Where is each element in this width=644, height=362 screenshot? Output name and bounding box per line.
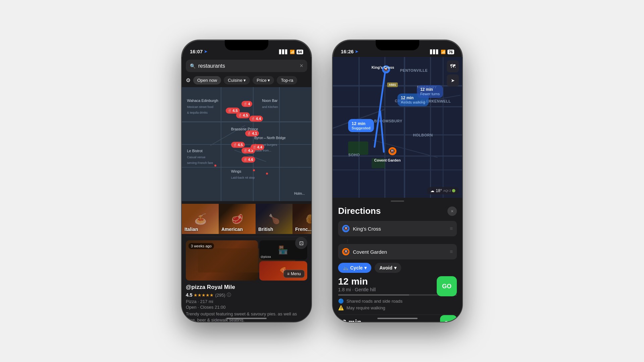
- map-pin-9[interactable]: 4.6: [241, 157, 255, 163]
- info-icon[interactable]: ⓘ: [227, 292, 231, 298]
- route-warning-2: ⚠️ May require walking: [338, 305, 457, 310]
- status-time-1: 16:07: [190, 49, 203, 54]
- cuisine-label-italian: Italian: [184, 227, 198, 232]
- origin-icon: 🚇: [342, 225, 350, 232]
- map-label-noon: Noon Bar: [262, 99, 277, 103]
- avoid-button[interactable]: Avoid ▾: [375, 263, 401, 273]
- cuisine-label-british: British: [258, 227, 273, 232]
- go-button[interactable]: GO: [437, 276, 457, 296]
- waypoint-origin[interactable]: 🚇 King's Cross ≡: [338, 221, 457, 236]
- notch-2: [376, 40, 419, 50]
- directions-title: Directions: [338, 206, 381, 216]
- route-bubble-fewer[interactable]: 12 min Fewer turns: [417, 85, 443, 98]
- map-location-btn[interactable]: ➤: [447, 74, 459, 86]
- phone-2: 16:26 ➤ ▋▋▋ 📶 76: [332, 40, 463, 322]
- drag-handle[interactable]: [391, 200, 404, 202]
- search-icon: 🔍: [190, 63, 196, 69]
- map-label-bistrot: Le Bistrot: [187, 149, 202, 153]
- avoid-chevron: ▾: [394, 265, 396, 270]
- cuisine-row: 🍝 Italian 🥩 American 🍗 British: [182, 201, 311, 237]
- battery-1: 64: [297, 50, 303, 54]
- home-indicator-1: [226, 318, 267, 319]
- map-view[interactable]: Wahaca Edinburgh Mexican street food & t…: [182, 87, 311, 201]
- search-input[interactable]: restaurants: [198, 63, 297, 69]
- label-kings-cross: King's Cross: [372, 65, 394, 69]
- map-label-bistrot-sub: Casual venue: [187, 156, 205, 159]
- phone2-content: A501 PENTONVILLE FINSBURY CLERKENWELL BL…: [333, 57, 462, 322]
- map-pin-4[interactable]: 4.4: [249, 116, 263, 122]
- station-covent-garden: 🚇: [388, 147, 396, 155]
- directions-header: Directions ×: [338, 206, 457, 216]
- cycle-mode-button[interactable]: 🚲 Cycle ▾: [338, 263, 371, 273]
- directions-panel: Directions × 🚇 King's Cross ≡ ⋮ 🚇 Covent…: [333, 198, 462, 322]
- road-label-a501: A501: [387, 82, 398, 87]
- phone1-content: 🔍 restaurants × ⚙ Open now Cuisine ▾ Pri…: [182, 57, 311, 322]
- map-layers-btn[interactable]: 🗺: [447, 60, 459, 72]
- waypoint-connector: ⋮: [338, 238, 457, 244]
- alt-go-button[interactable]: GO: [440, 315, 457, 322]
- close-directions-button[interactable]: ×: [447, 206, 457, 216]
- cycle-icon: 🚲: [343, 265, 348, 270]
- map-label-wahaca-sub: Mexican street food: [187, 105, 213, 109]
- restaurant-photo-3: 🍕 ≡ Menu: [259, 261, 307, 281]
- map-pin-3[interactable]: 4.5: [236, 112, 250, 118]
- home-indicator-2: [377, 318, 418, 319]
- rating-count: (295): [215, 293, 225, 298]
- cuisine-british[interactable]: 🍗 British: [256, 204, 292, 234]
- save-button[interactable]: ⊡: [295, 237, 307, 249]
- restaurant-rating: 4.5 ★★★★★ (295) ⓘ: [186, 292, 307, 298]
- weeks-ago-badge: 3 weeks ago: [189, 243, 214, 249]
- destination-label: Covent Garden: [353, 249, 446, 255]
- search-bar[interactable]: 🔍 restaurants ×: [186, 60, 307, 72]
- area-holborn: HOLBORN: [413, 133, 433, 137]
- destination-menu[interactable]: ≡: [450, 249, 453, 255]
- route-progress-fill: [338, 294, 409, 296]
- filter-open-now[interactable]: Open now: [193, 76, 221, 84]
- map-pin-6[interactable]: 4.5: [231, 142, 245, 148]
- map-label-wings-sub: Laid-back nit stop: [231, 176, 255, 179]
- cuisine-label-french: Frenc...: [295, 227, 311, 232]
- map-view-2[interactable]: A501 PENTONVILLE FINSBURY CLERKENWELL BL…: [333, 57, 462, 198]
- map-label-holborn: Holm...: [294, 192, 305, 195]
- filter-icon[interactable]: ⚙: [186, 77, 191, 83]
- restaurant-photos: 🏪 @pizza 🍕 ≡ Menu: [186, 240, 307, 281]
- map-label-wings: Wings: [231, 169, 241, 173]
- map-pin-5[interactable]: 4.1: [245, 130, 259, 136]
- map-pin-8[interactable]: 4.4: [251, 144, 264, 150]
- cuisine-italian[interactable]: 🍝 Italian: [182, 204, 219, 234]
- restaurant-hours: Open · Closes 21:00: [186, 305, 307, 310]
- cloud-icon: ☁: [430, 188, 434, 193]
- notch-1: [225, 40, 268, 50]
- status-time-2: 16:26: [341, 49, 354, 54]
- battery-2: 76: [447, 50, 454, 54]
- waypoint-destination[interactable]: 🚇 Covent Garden ≡: [338, 244, 457, 259]
- wifi-icon-2: 📶: [441, 50, 446, 54]
- route-bubble-suggested[interactable]: 12 min Suggested: [348, 119, 374, 132]
- origin-menu[interactable]: ≡: [450, 226, 453, 232]
- filter-cuisine[interactable]: Cuisine ▾: [224, 76, 250, 84]
- destination-icon: 🚇: [342, 248, 350, 255]
- temperature: 18°: [436, 188, 442, 193]
- map-label-wahaca-sub2: & tequila drinks: [187, 111, 208, 114]
- route-warning-1: 🔵 Shared roads and side roads: [338, 298, 457, 304]
- restaurant-section: 🏪 @pizza 🍕 ≡ Menu: [182, 237, 311, 322]
- menu-badge[interactable]: ≡ Menu: [283, 270, 305, 278]
- cuisine-french[interactable]: 🥐 Frenc...: [292, 204, 311, 234]
- restaurant-description: Trendy outpost featuring sweet & savoury…: [186, 311, 307, 322]
- map-label-bistrot-sub2: serving French fare: [187, 161, 213, 165]
- signal-icon-1: ▋▋▋: [279, 50, 288, 54]
- walking-icon: ⚠️: [338, 305, 344, 310]
- shared-roads-icon: 🔵: [338, 298, 344, 304]
- filter-toprated[interactable]: Top-ra: [277, 76, 297, 84]
- restaurant-name: @pizza Royal Mile: [186, 284, 307, 291]
- rating-number: 4.5: [186, 292, 192, 298]
- cuisine-american[interactable]: 🥩 American: [219, 204, 256, 234]
- filter-bar: ⚙ Open now Cuisine ▾ Price ▾ Top-ra: [182, 75, 311, 87]
- cycle-chevron: ▾: [364, 265, 367, 270]
- map-pin-2[interactable]: 4: [241, 101, 252, 107]
- wifi-icon-1: 📶: [290, 50, 295, 54]
- filter-price[interactable]: Price ▾: [253, 76, 274, 84]
- search-clear[interactable]: ×: [300, 62, 303, 69]
- signal-icon-2: ▋▋▋: [430, 50, 439, 54]
- save-icon: ⊡: [299, 240, 304, 246]
